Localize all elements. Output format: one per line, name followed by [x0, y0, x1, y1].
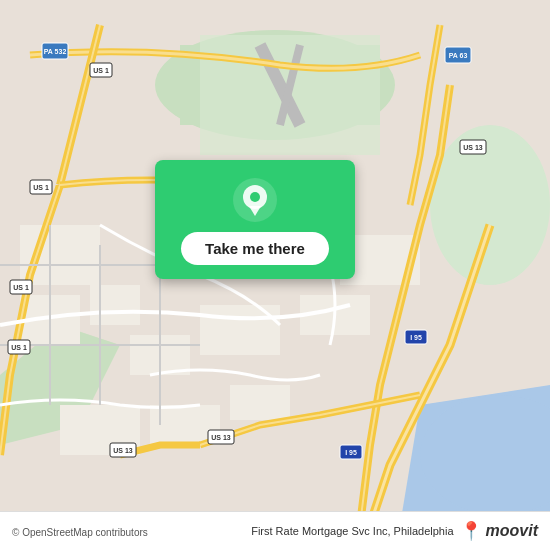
take-me-there-button[interactable]: Take me there	[181, 232, 329, 265]
bottom-bar: © OpenStreetMap contributors First Rate …	[0, 511, 550, 550]
location-pin-icon	[233, 178, 277, 222]
svg-text:PA 532: PA 532	[44, 48, 67, 55]
svg-text:I 95: I 95	[345, 449, 357, 456]
osm-attribution: © OpenStreetMap contributors	[12, 522, 148, 540]
svg-text:US 1: US 1	[13, 284, 29, 291]
svg-text:US 13: US 13	[113, 447, 133, 454]
moovit-brand-text: moovit	[486, 522, 538, 540]
svg-text:US 13: US 13	[463, 144, 483, 151]
popup-card: Take me there	[155, 160, 355, 279]
moovit-pin-icon: 📍	[460, 520, 482, 542]
svg-text:US 13: US 13	[211, 434, 231, 441]
svg-rect-9	[90, 285, 140, 325]
svg-text:PA 63: PA 63	[449, 52, 468, 59]
map-container: PA 532 US 1 PA 63 US 13 US 1 US 1 US 1 U…	[0, 0, 550, 550]
location-info: First Rate Mortgage Svc Inc, Philadelphi…	[251, 520, 538, 542]
svg-text:US 1: US 1	[33, 184, 49, 191]
osm-credit-text: © OpenStreetMap contributors	[12, 527, 148, 538]
svg-text:US 1: US 1	[11, 344, 27, 351]
svg-point-49	[250, 192, 260, 202]
svg-text:I 95: I 95	[410, 334, 422, 341]
svg-rect-16	[230, 385, 290, 420]
svg-text:US 1: US 1	[93, 67, 109, 74]
moovit-logo: 📍 moovit	[460, 520, 538, 542]
location-label: First Rate Mortgage Svc Inc, Philadelphi…	[251, 525, 453, 537]
svg-point-3	[430, 125, 550, 285]
